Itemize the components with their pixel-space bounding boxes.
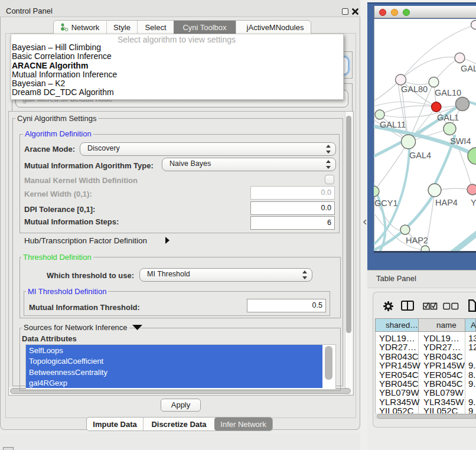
svg-text:HAP4: HAP4 bbox=[435, 198, 458, 207]
svg-text:GAL80: GAL80 bbox=[401, 84, 428, 94]
svg-text:SWI4: SWI4 bbox=[450, 136, 471, 146]
svg-text:GAL2: GAL2 bbox=[461, 64, 476, 73]
svg-text:Y: Y bbox=[471, 198, 476, 207]
svg-text:GAL11: GAL11 bbox=[380, 120, 406, 129]
svg-text:GAL10: GAL10 bbox=[435, 88, 461, 97]
svg-text:GAL4: GAL4 bbox=[409, 151, 431, 160]
svg-text:GCY1: GCY1 bbox=[374, 198, 398, 208]
svg-text:HAP2: HAP2 bbox=[406, 236, 428, 245]
svg-text:GAL1: GAL1 bbox=[437, 113, 459, 122]
